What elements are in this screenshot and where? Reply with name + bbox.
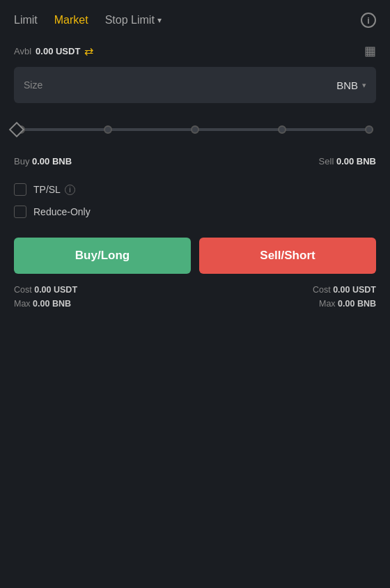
cost-max-row: Cost 0.00 USDT Max 0.00 BNB Cost 0.00 US…	[14, 285, 376, 309]
tab-market[interactable]: Market	[54, 11, 88, 29]
calculator-icon[interactable]: ▦	[364, 43, 376, 59]
buy-cost-max: Cost 0.00 USDT Max 0.00 BNB	[14, 285, 77, 309]
slider-dot-100[interactable]	[365, 125, 373, 134]
avbl-value: 0.00 USDT	[36, 46, 80, 56]
currency-select[interactable]: BNB ▾	[336, 79, 366, 91]
sell-short-button[interactable]: Sell/Short	[199, 238, 376, 274]
reduce-only-checkbox[interactable]	[14, 206, 26, 218]
slider-dots	[17, 125, 373, 134]
reduce-only-label: Reduce-Only	[33, 206, 91, 217]
size-label: Size	[24, 79, 336, 91]
buy-value: 0.00 BNB	[32, 156, 72, 167]
chevron-down-icon: ▾	[157, 15, 162, 25]
tpsl-label: TP/SL i	[33, 184, 75, 195]
info-icon[interactable]: i	[361, 13, 376, 28]
slider-dot-75[interactable]	[278, 125, 286, 134]
available-balance-row: Avbl 0.00 USDT ⇄ ▦	[14, 43, 376, 59]
buy-max-value: 0.00 BNB	[33, 299, 71, 309]
sell-cost: Cost 0.00 USDT	[313, 285, 376, 295]
tab-stop-limit-label: Stop Limit	[105, 14, 155, 26]
size-input-group[interactable]: Size BNB ▾	[14, 67, 376, 103]
available-balance: Avbl 0.00 USDT ⇄	[14, 45, 93, 58]
buy-cost: Cost 0.00 USDT	[14, 285, 77, 295]
sell-cost-max: Cost 0.00 USDT Max 0.00 BNB	[313, 285, 376, 309]
buy-max: Max 0.00 BNB	[14, 299, 77, 309]
sell-max-value: 0.00 BNB	[338, 299, 376, 309]
slider-dot-50[interactable]	[191, 125, 199, 134]
currency-label: BNB	[336, 79, 358, 91]
sell-label: Sell 0.00 BNB	[319, 156, 376, 167]
slider-dot-25[interactable]	[104, 125, 112, 134]
transfer-icon[interactable]: ⇄	[84, 45, 93, 58]
tpsl-checkbox[interactable]	[14, 183, 26, 196]
buy-long-button[interactable]: Buy/Long	[14, 238, 191, 274]
slider-track[interactable]	[17, 128, 373, 131]
sell-value: 0.00 BNB	[336, 156, 376, 167]
tab-stop-limit[interactable]: Stop Limit ▾	[105, 14, 162, 26]
checkbox-section: TP/SL i Reduce-Only	[14, 183, 376, 218]
avbl-label: Avbl	[14, 46, 31, 56]
reduce-only-row[interactable]: Reduce-Only	[14, 206, 376, 218]
buy-sell-labels: Buy 0.00 BNB Sell 0.00 BNB	[14, 156, 376, 167]
sell-max: Max 0.00 BNB	[313, 299, 376, 309]
dropdown-arrow-icon: ▾	[362, 81, 366, 90]
tpsl-info-icon[interactable]: i	[65, 185, 75, 195]
tpsl-row[interactable]: TP/SL i	[14, 183, 376, 196]
action-buttons: Buy/Long Sell/Short	[14, 238, 376, 274]
buy-label: Buy 0.00 BNB	[14, 156, 72, 167]
trading-form: Limit Market Stop Limit ▾ i Avbl 0.00 US…	[0, 0, 390, 588]
slider-section	[14, 117, 376, 142]
tab-bar: Limit Market Stop Limit ▾ i	[14, 11, 376, 29]
tab-limit[interactable]: Limit	[14, 11, 38, 29]
buy-cost-value: 0.00 USDT	[34, 285, 77, 295]
slider-thumb[interactable]	[9, 122, 25, 138]
sell-cost-value: 0.00 USDT	[333, 285, 376, 295]
